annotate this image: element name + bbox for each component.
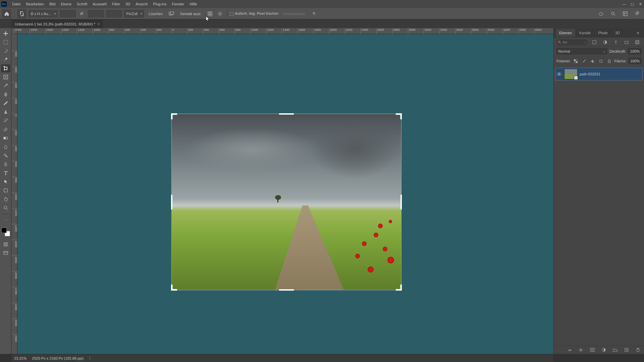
crop-options-gear-icon[interactable] (216, 10, 224, 18)
tab-ebenen[interactable]: Ebenen (556, 29, 575, 37)
search-icon[interactable] (609, 10, 617, 18)
tab-kanaele[interactable]: Kanäle (576, 29, 594, 37)
link-layers-icon[interactable]: ⫘ (566, 346, 574, 354)
window-close-icon[interactable]: ✕ (638, 2, 643, 6)
color-swatches[interactable] (1, 228, 10, 236)
screen-mode-icon[interactable] (1, 249, 10, 257)
lasso-tool[interactable] (1, 47, 10, 55)
blend-mode-dropdown[interactable]: Normal⌵ (556, 48, 607, 54)
new-layer-icon[interactable] (623, 346, 631, 354)
status-dimensions[interactable]: 2920 Px x 2160 Px (182,88 ppi) (32, 356, 84, 360)
menu-ansicht[interactable]: Ansicht (133, 1, 150, 7)
brush-tool[interactable] (1, 99, 10, 107)
move-tool[interactable] (1, 29, 10, 38)
home-button[interactable] (2, 9, 11, 18)
delete-layer-icon[interactable] (634, 346, 642, 354)
layer-visibility-icon[interactable] (556, 72, 562, 76)
menu-bild[interactable]: Bild (47, 1, 58, 7)
clone-stamp-tool[interactable] (1, 108, 10, 116)
overlay-grid-icon[interactable] (206, 10, 214, 18)
new-group-icon[interactable] (611, 346, 619, 354)
history-brush-tool[interactable] (1, 117, 10, 125)
window-maximize-icon[interactable]: ▢ (630, 2, 635, 6)
menu-auswahl[interactable]: Auswahl (90, 1, 109, 7)
lock-pixels-icon[interactable] (581, 57, 587, 65)
menu-hilfe[interactable]: Hilfe (187, 1, 200, 7)
filter-shape-icon[interactable] (623, 38, 631, 46)
canvas-background[interactable] (17, 34, 553, 354)
menu-schrift[interactable]: Schrift (74, 1, 90, 7)
healing-brush-tool[interactable] (1, 90, 10, 99)
window-minimize-icon[interactable]: — (622, 2, 627, 6)
share-icon[interactable] (633, 10, 641, 18)
crop-handle-r[interactable] (400, 195, 402, 209)
crop-height-field[interactable] (88, 10, 104, 17)
resolution-unit-dropdown[interactable]: Px/Zoll (124, 10, 144, 17)
panel-menu-icon[interactable]: ≡ (634, 29, 642, 37)
quick-mask-icon[interactable] (1, 240, 10, 248)
front-image-icon[interactable] (167, 10, 175, 18)
dodge-tool[interactable] (1, 152, 10, 160)
crop-handle-l[interactable] (171, 195, 172, 209)
tab-3d[interactable]: 3D (612, 29, 623, 37)
status-chevron-icon[interactable]: 〉 (89, 356, 93, 361)
crop-ratio-dropdown[interactable]: B x H x Au... (29, 10, 58, 17)
cloud-docs-icon[interactable] (597, 10, 605, 18)
path-selection-tool[interactable] (1, 178, 10, 186)
frame-tool[interactable] (1, 73, 10, 81)
menu-datei[interactable]: Datei (9, 1, 23, 7)
horizontal-ruler[interactable]: 2000180016001400120010008006004002000200… (17, 28, 553, 34)
straighten-button[interactable]: Gerade ausr. (177, 10, 204, 17)
lock-position-icon[interactable] (589, 57, 596, 65)
layer-mask-icon[interactable] (588, 346, 596, 354)
reset-crop-icon[interactable]: ↻ (310, 10, 318, 18)
crop-handle-t[interactable] (279, 113, 294, 115)
layer-filter-search[interactable]: Art ⌵ (556, 39, 588, 45)
marquee-tool[interactable] (1, 38, 10, 46)
pen-tool[interactable] (1, 160, 10, 168)
hand-tool[interactable] (1, 195, 10, 203)
eraser-tool[interactable] (1, 125, 10, 133)
workspace-icon[interactable] (621, 10, 629, 18)
filter-pixel-icon[interactable] (590, 38, 598, 46)
menu-ebene[interactable]: Ebene (58, 1, 74, 7)
clear-button[interactable]: Löschen (146, 10, 165, 17)
opacity-field[interactable]: 100% (628, 48, 641, 54)
menu-bearbeiten[interactable]: Bearbeiten (23, 1, 47, 7)
eyedropper-tool[interactable] (1, 82, 10, 90)
menu-3d[interactable]: 3D (123, 1, 133, 7)
menu-fenster[interactable]: Fenster (169, 1, 187, 7)
document-tab[interactable]: Unbenannt-1 bei 23,3% (path-832031, RGB/… (11, 20, 103, 28)
type-tool[interactable] (1, 169, 10, 177)
filter-type-icon[interactable]: T (612, 38, 620, 46)
vertical-ruler[interactable]: 8006004002000200400600800100012001400160… (11, 34, 17, 354)
blur-tool[interactable] (1, 143, 10, 151)
tab-pfade[interactable]: Pfade (595, 29, 611, 37)
magic-wand-tool[interactable] (1, 56, 10, 64)
menu-plugins[interactable]: Plug-ins (150, 1, 169, 7)
layer-row[interactable]: path-832031 (555, 68, 643, 80)
swap-dimensions-icon[interactable]: ⇄ (78, 10, 86, 18)
crop-handle-b[interactable] (279, 289, 294, 291)
status-zoom[interactable]: 23,31% (14, 356, 26, 360)
lock-all-icon[interactable] (606, 57, 612, 65)
filter-smart-icon[interactable] (633, 38, 641, 46)
layer-thumbnail[interactable] (564, 69, 578, 79)
lock-transparency-icon[interactable] (573, 57, 579, 65)
edit-toolbar-icon[interactable]: ⋯ (1, 216, 10, 224)
canvas-region[interactable]: 2000180016001400120010008006004002000200… (11, 28, 553, 354)
layer-fx-icon[interactable]: fx (577, 346, 585, 354)
filter-adjust-icon[interactable] (601, 38, 609, 46)
delete-cropped-checkbox[interactable]: Außerh. lieg. Pixel löschen (230, 11, 278, 16)
zoom-tool[interactable] (1, 204, 10, 212)
document-tab-close-icon[interactable]: × (97, 22, 100, 26)
gradient-tool[interactable] (1, 134, 10, 142)
crop-width-field[interactable] (60, 10, 76, 17)
adjustment-layer-icon[interactable] (600, 346, 608, 354)
shape-tool[interactable] (1, 186, 10, 194)
fill-field[interactable]: 100% (629, 58, 641, 64)
menu-filter[interactable]: Filter (109, 1, 123, 7)
lock-artboard-icon[interactable] (598, 57, 604, 65)
crop-tool[interactable] (1, 64, 10, 72)
document-image[interactable] (171, 114, 401, 290)
